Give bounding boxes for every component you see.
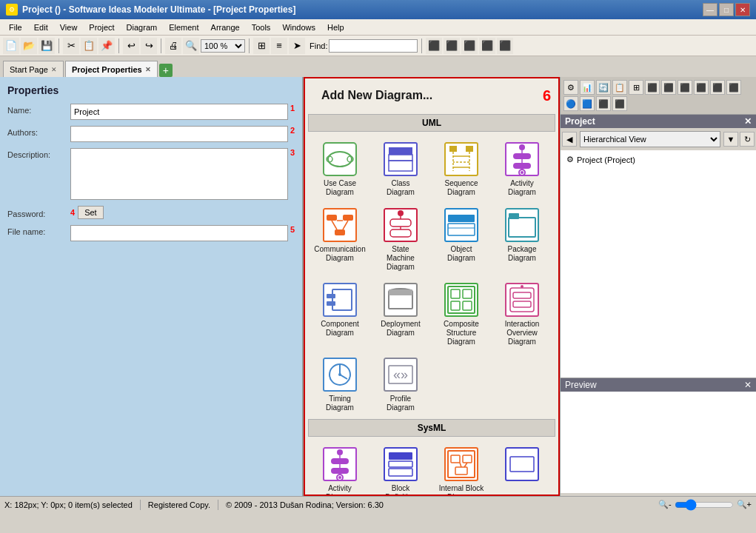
toolbar-extra1[interactable]: ⬛: [426, 38, 442, 54]
toolbar-extra3[interactable]: ⬛: [461, 38, 478, 54]
tab-start-page-close[interactable]: ✕: [51, 66, 57, 73]
package-diagram-item[interactable]: PackageDiagram: [493, 204, 551, 275]
menu-tools[interactable]: Tools: [246, 21, 277, 33]
tab-project-properties-close[interactable]: ✕: [145, 66, 151, 73]
rt-btn-1[interactable]: ⚙: [563, 80, 578, 95]
component-diagram-item[interactable]: ComponentDiagram: [311, 278, 369, 350]
undo-button[interactable]: ↩: [123, 38, 139, 54]
preview-close[interactable]: ✕: [744, 380, 752, 390]
tab-project-properties[interactable]: Project Properties ✕: [65, 61, 158, 77]
timing-diagram-item[interactable]: TimingDiagram: [311, 353, 369, 416]
object-diagram-item[interactable]: ObjectDiagram: [432, 204, 490, 275]
profile-diagram-item[interactable]: «» ProfileDiagram: [372, 353, 429, 416]
zoom-slider[interactable]: [675, 499, 734, 511]
toolbar-extra5[interactable]: ⬛: [497, 38, 513, 54]
class-diagram-icon: [383, 141, 418, 177]
diagram-scroll-area[interactable]: UML Use CaseDiagram: [305, 111, 558, 495]
menu-file[interactable]: File: [3, 21, 28, 33]
new-button[interactable]: 📄: [3, 38, 19, 54]
menu-view[interactable]: View: [54, 21, 84, 33]
authors-input[interactable]: [70, 126, 288, 142]
class-diagram-item[interactable]: ClassDiagram: [372, 138, 429, 201]
minimize-button[interactable]: —: [703, 3, 717, 16]
menu-help[interactable]: Help: [321, 21, 350, 33]
rt-btn-8[interactable]: ⬛: [678, 80, 692, 95]
arrow-button[interactable]: ➤: [289, 38, 305, 54]
menu-diagram[interactable]: Diagram: [121, 21, 164, 33]
communication-diagram-item[interactable]: CommunicationDiagram: [311, 204, 369, 275]
copy-button[interactable]: 📋: [81, 38, 97, 54]
menu-element[interactable]: Element: [163, 21, 204, 33]
sysml-extra1[interactable]: [493, 443, 551, 495]
tree-item-project[interactable]: ⚙ Project (Project): [563, 153, 753, 166]
collapse-btn[interactable]: ◀: [562, 132, 577, 147]
grid-button[interactable]: ⊞: [253, 38, 270, 54]
set-button[interactable]: Set: [78, 206, 104, 219]
maximize-button[interactable]: □: [719, 3, 734, 16]
rt-btn-12[interactable]: 🔵: [563, 96, 578, 111]
usecase-diagram-item[interactable]: Use CaseDiagram: [311, 138, 369, 201]
project-tree: ⚙ Project (Project): [561, 150, 756, 378]
block-diagram-item[interactable]: BlockDefinitionDiagram: [372, 443, 429, 495]
rt-btn-4[interactable]: 📋: [612, 80, 627, 95]
rt-btn-15[interactable]: ⬛: [612, 96, 627, 111]
tab-start-page[interactable]: Start Page ✕: [3, 61, 64, 77]
activity-diagram-item[interactable]: ActivityDiagram: [493, 138, 551, 201]
menu-arrange[interactable]: Arrange: [205, 21, 246, 33]
align-button[interactable]: ≡: [271, 38, 287, 54]
name-input[interactable]: [70, 104, 288, 120]
menu-windows[interactable]: Windows: [276, 21, 321, 33]
cut-button[interactable]: ✂: [63, 38, 79, 54]
rt-btn-3[interactable]: 🔄: [596, 80, 611, 95]
description-input[interactable]: [70, 148, 288, 200]
menu-edit[interactable]: Edit: [28, 21, 54, 33]
status-position: X: 182px; Y: 0px; 0 item(s) selected: [4, 500, 133, 509]
project-panel-title: Project: [565, 116, 595, 127]
find-input[interactable]: [329, 39, 418, 53]
zoom-out-icon[interactable]: 🔍-: [658, 500, 672, 509]
timing-diagram-icon: [322, 357, 358, 392]
filename-input[interactable]: [70, 225, 288, 241]
deployment-diagram-item[interactable]: DeploymentDiagram: [372, 278, 429, 350]
component-diagram-icon: [322, 282, 358, 318]
paste-button[interactable]: 📌: [98, 38, 115, 54]
rt-btn-10[interactable]: ⬛: [710, 80, 725, 95]
toolbar-extra4[interactable]: ⬛: [479, 38, 495, 54]
redo-button[interactable]: ↪: [141, 38, 157, 54]
iblock-diagram-item[interactable]: Internal BlockDiagram: [432, 443, 490, 495]
zoom-select[interactable]: 100 % 75 % 150 %: [201, 39, 245, 53]
rt-btn-7[interactable]: ⬛: [661, 80, 676, 95]
zoom-button[interactable]: 🔍: [183, 38, 199, 54]
view-refresh-btn[interactable]: ↻: [740, 132, 755, 147]
rt-btn-14[interactable]: ⬛: [596, 96, 611, 111]
print-button[interactable]: 🖨: [165, 38, 181, 54]
interaction-diagram-item[interactable]: InteractionOverviewDiagram: [493, 278, 551, 350]
rt-btn-6[interactable]: ⬛: [645, 80, 660, 95]
app-icon: ⚙: [6, 4, 18, 16]
sysml-activity-diagram-item[interactable]: ActivityDiagram: [311, 443, 369, 495]
rt-btn-5[interactable]: ⊞: [629, 80, 643, 95]
project-panel-close[interactable]: ✕: [744, 116, 752, 127]
rt-btn-13[interactable]: 🟦: [580, 96, 595, 111]
rt-btn-9[interactable]: ⬛: [694, 80, 709, 95]
view-options-btn[interactable]: ▼: [723, 132, 738, 147]
tab-add-button[interactable]: +: [159, 64, 173, 77]
status-copyright: © 2009 - 2013 Dušan Rodina; Version: 6.3…: [226, 500, 384, 509]
save-button[interactable]: 💾: [39, 38, 55, 54]
svg-rect-26: [327, 215, 337, 221]
rt-btn-2[interactable]: 📊: [580, 80, 595, 95]
open-button[interactable]: 📂: [21, 38, 37, 54]
toolbar-extra2[interactable]: ⬛: [444, 38, 460, 54]
activity-diagram-label: ActivityDiagram: [508, 179, 536, 197]
menu-project[interactable]: Project: [83, 21, 120, 33]
zoom-in-icon[interactable]: 🔍+: [737, 500, 752, 509]
composite-diagram-item[interactable]: CompositeStructureDiagram: [432, 278, 490, 350]
close-button[interactable]: ✕: [735, 3, 750, 16]
sequence-diagram-item[interactable]: SequenceDiagram: [432, 138, 490, 201]
block-diagram-label: BlockDefinitionDiagram: [385, 484, 416, 495]
view-select[interactable]: Hierarchical View Flat View Diagram View: [580, 131, 720, 147]
state-diagram-item[interactable]: StateMachineDiagram: [372, 204, 429, 275]
rt-btn-11[interactable]: ⬛: [726, 80, 741, 95]
state-diagram-icon: [383, 207, 418, 243]
component-diagram-label: ComponentDiagram: [321, 320, 359, 338]
